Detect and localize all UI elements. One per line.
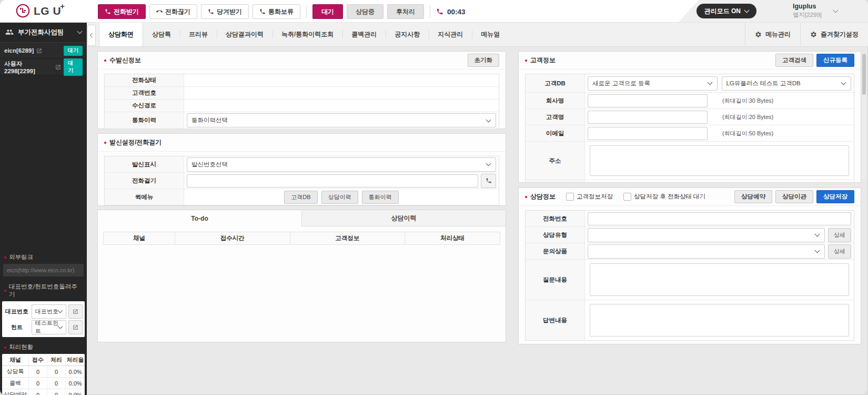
save-customer-info-option: 고객정보저장 [566,193,613,201]
divider [430,5,430,18]
customer-scrollbar[interactable] [862,53,866,179]
external-link-item[interactable]: eicn(http://www.eicn.co.kr) [3,264,84,276]
agent-status-badge: 대기 [64,58,83,76]
tab-manual[interactable]: 메뉴얼 [472,22,509,46]
reset-button[interactable]: 초기화 [468,54,500,67]
agent-name: 사용자2298[2299] [4,60,53,74]
consult-transfer-button[interactable]: 상담이관 [775,190,813,203]
phone-number-input[interactable] [588,212,851,225]
hold-call-button[interactable]: 통화보류 [253,4,300,19]
number-panel: 대표번호 대표번호 헌트 테스트헌트 [2,301,85,337]
pickup-call-button[interactable]: 당겨받기 [201,4,249,19]
state-busy-button[interactable]: 상담중 [347,4,383,19]
tabs: 상담화면 상담톡 프리뷰 상담결과이력 녹취/통화이력조회 콜백관리 공지사항 … [99,22,509,46]
tab-recording-history[interactable]: 녹취/통화이력조회 [272,22,342,46]
main-number-transfer-button[interactable] [68,304,83,319]
tab-callback[interactable]: 콜백관리 [342,22,386,46]
lg-logo-icon [16,4,30,18]
favorite-setting-button[interactable]: 즐겨찾기설정 [800,22,868,46]
company-input[interactable] [588,94,708,107]
hold-call-icon [259,8,266,15]
header: LG U+ 전화받기 전화끊기 당겨받기 통화보류 대기 상담중 후처리 [0,0,868,23]
app-window: LG U+ 전화받기 전화끊기 당겨받기 통화보류 대기 상담중 후처리 [0,0,868,395]
inquiry-product-select[interactable] [588,244,825,259]
consult-type-select[interactable] [588,228,825,242]
todo-tab[interactable]: To-do [98,210,302,226]
state-ready-button[interactable]: 대기 [312,4,343,19]
consult-save-button[interactable]: 상담저장 [816,190,854,203]
dial-table: 발신표시 발신번호선택 전화걸기 퀵메뉴 고객DB [104,156,499,205]
hangup-call-label: 전화끊기 [165,7,190,16]
main-number-select[interactable]: 대표번호 [32,304,66,319]
call-history-row: 통화이력 통화이력선택 [105,112,499,129]
hunt-number-select[interactable]: 테스트헌트 [32,320,66,334]
external-link-icon[interactable] [36,48,42,54]
inquiry-product-row: 문의상품 상세 [526,243,854,260]
call-info-table: 전화상태 고객번호 수신경로 통화이력 통화이력선택 [104,74,499,129]
status-table: 채널 접수 처리 처리율 상담톡 0 0 0.0% 콜백 0 0 0.0% [2,354,85,395]
consult-history-tab[interactable]: 상담이력 [302,210,506,226]
call-info-title: 수발신정보 [109,56,141,65]
caller-display-select[interactable]: 발신번호선택 [187,157,496,172]
quick-consult-history-button[interactable]: 상담이력 [321,191,358,204]
todo-table-header: 채널 접수시간 고객정보 처리상태 [103,232,500,245]
tab-preview[interactable]: 프리뷰 [180,22,217,46]
dial-call-button[interactable] [481,174,496,188]
hangup-call-icon [156,8,163,15]
email-input[interactable] [588,127,708,140]
customer-search-button[interactable]: 고객검색 [775,54,813,67]
hangup-call-button[interactable]: 전화끊기 [149,4,197,19]
quick-call-history-button[interactable]: 통화이력 [362,191,399,204]
wait-after-save-checkbox[interactable] [623,193,631,201]
quick-customer-db-button[interactable]: 고객DB [284,191,317,204]
save-customer-info-checkbox[interactable] [566,193,574,201]
answer-textarea[interactable] [590,304,849,337]
menu-manage-button[interactable]: 메뉴관리 [745,22,800,46]
team-selector[interactable]: 부가전화사업팀 [0,22,87,43]
sidebar-collapse-button[interactable] [87,25,96,46]
customer-db-mode-select[interactable]: 새로운 고객으로 등록 [588,76,718,91]
hunt-number-label: 헌트 [4,323,29,331]
tab-consult-talk[interactable]: 상담톡 [143,22,180,46]
question-textarea[interactable] [590,263,849,296]
state-after-button[interactable]: 후처리 [387,4,424,19]
chevron-down-icon [815,232,820,237]
dial-number-input[interactable] [187,174,478,187]
admin-mode-toggle[interactable]: 관리모드 ON [697,4,756,18]
external-link-icon[interactable] [55,64,61,70]
customer-register-button[interactable]: 신규등록 [816,54,854,67]
caller-display-row: 발신표시 발신번호선택 [105,156,499,173]
chevron-down-icon [486,117,491,122]
answer-row: 답변내용 [526,300,854,340]
pickup-call-label: 당겨받기 [217,7,242,16]
tab-consult-screen[interactable]: 상담화면 [99,22,143,46]
customer-title: 고객정보 [530,56,556,65]
consult-reserve-button[interactable]: 상담예약 [734,190,772,203]
customer-scrollbar-thumb[interactable] [862,54,866,95]
chevron-down-icon [77,29,83,34]
receive-call-button[interactable]: 전화받기 [98,4,146,19]
consult-type-detail-button[interactable]: 상세 [828,228,851,242]
address-textarea[interactable] [590,145,849,176]
tab-consult-result[interactable]: 상담결과이력 [217,22,272,46]
customer-db-source-select[interactable]: LG유플러스 테스트 고객DB [722,76,852,91]
red-dot-icon [104,142,106,144]
divider [306,5,307,18]
dial-card: 발신설정/전화걸기 발신표시 발신번호선택 전화걸기 [97,133,506,206]
todo-table-body [98,245,506,334]
inquiry-product-detail-button[interactable]: 상세 [828,244,851,259]
customer-name-input[interactable] [588,111,708,124]
phone-number-row: 전화번호 [526,211,854,227]
join-date-input[interactable] [588,183,851,183]
main-tab-bar: 상담화면 상담톡 프리뷰 상담결과이력 녹취/통화이력조회 콜백관리 공지사항 … [87,22,868,47]
pickup-call-icon [208,8,214,15]
agent-row[interactable]: 사용자2298[2299] 대기 [0,59,87,75]
customer-table: 고객DB 새로운 고객으로 등록 LG유플러스 테스트 고객DB 회사명 [525,74,854,183]
tab-notice[interactable]: 공지사항 [386,22,429,46]
tab-knowledge[interactable]: 지식관리 [429,22,472,46]
agent-row[interactable]: eicn[6289] 대기 [0,43,87,59]
state-after-label: 후처리 [396,7,415,16]
call-history-select[interactable]: 통화이력선택 [187,113,496,127]
hunt-number-transfer-button[interactable] [68,320,83,334]
chevron-down-icon [744,8,750,13]
